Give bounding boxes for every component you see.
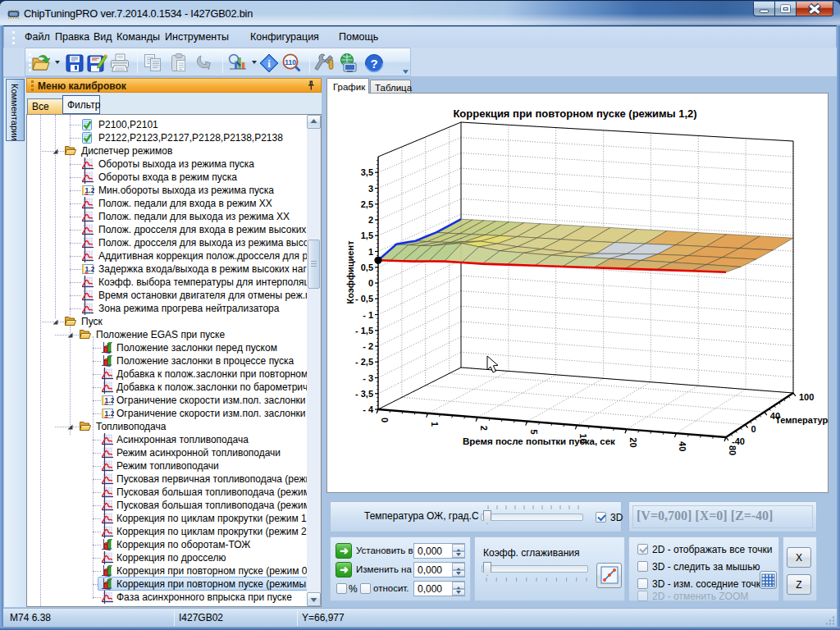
svg-text:- 0,5: - 0,5 xyxy=(355,294,373,304)
svg-text:- 3: - 3 xyxy=(363,373,373,383)
svg-text:1.2: 1.2 xyxy=(85,265,94,273)
svg-text:80: 80 xyxy=(728,445,737,455)
svg-text:0: 0 xyxy=(380,418,390,422)
svg-text:- 3,5: - 3,5 xyxy=(355,389,373,399)
svg-text:0: 0 xyxy=(368,278,373,288)
svg-text:100: 100 xyxy=(799,392,814,402)
svg-text:20: 20 xyxy=(628,437,638,447)
svg-text:- 4: - 4 xyxy=(363,404,374,414)
svg-text:3,5: 3,5 xyxy=(361,167,373,177)
svg-text:?: ? xyxy=(370,57,377,71)
svg-text:0: 0 xyxy=(751,424,756,434)
svg-text:- 1,5: - 1,5 xyxy=(355,326,373,336)
svg-text:1.2: 1.2 xyxy=(85,186,94,194)
svg-text:110: 110 xyxy=(285,58,296,66)
svg-text:3: 3 xyxy=(368,184,373,194)
svg-text:5: 5 xyxy=(529,430,539,435)
svg-text:i: i xyxy=(267,57,271,70)
svg-text:2,5: 2,5 xyxy=(361,199,373,209)
svg-text:Коррекция при повторном пуске: Коррекция при повторном пуске (режимы 1,… xyxy=(453,107,696,120)
svg-text:- 2: - 2 xyxy=(363,341,373,351)
svg-text:Коэффициент: Коэффициент xyxy=(345,240,355,304)
svg-text:2: 2 xyxy=(368,215,373,225)
svg-text:1.2: 1.2 xyxy=(105,396,114,404)
svg-text:1: 1 xyxy=(430,422,440,427)
svg-text:Температура: Температура xyxy=(775,415,829,425)
svg-text:1: 1 xyxy=(368,247,373,257)
svg-text:1.2: 1.2 xyxy=(105,409,114,418)
svg-text:40: 40 xyxy=(678,441,687,451)
svg-text:-40: -40 xyxy=(732,436,745,446)
svg-text:- 1: - 1 xyxy=(363,310,373,320)
svg-text:Время после попытки пуска, сек: Время после попытки пуска, сек xyxy=(463,436,615,446)
svg-text:0,5: 0,5 xyxy=(361,262,373,272)
svg-text:- 2,5: - 2,5 xyxy=(355,357,373,367)
svg-text:2: 2 xyxy=(479,426,489,431)
svg-text:1,5: 1,5 xyxy=(361,231,373,240)
